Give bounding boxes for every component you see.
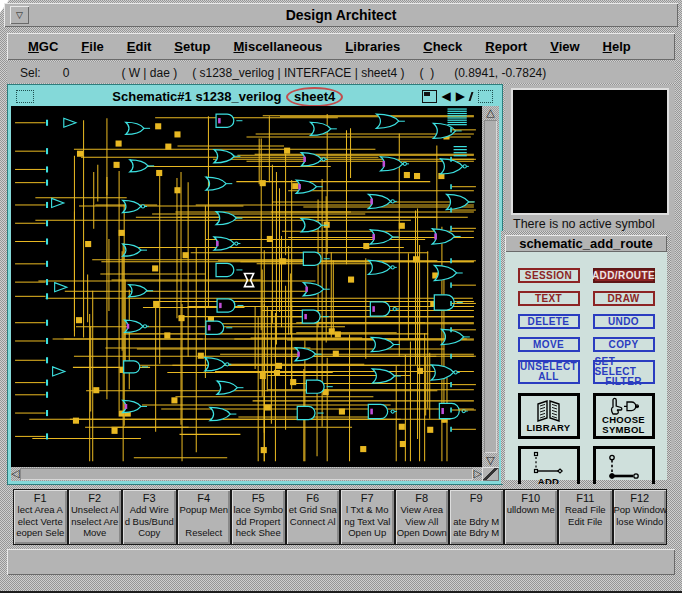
window-menu-triangle-icon: ▽: [16, 10, 23, 20]
palette-window: schematic_add_route SESSIONADD/ROUTETEXT…: [501, 231, 671, 484]
window-menu-button[interactable]: ▽: [10, 6, 29, 24]
palette-button-move[interactable]: MOVE: [518, 337, 580, 352]
empty-slot: ( ): [420, 66, 435, 80]
menu-item-edit[interactable]: Edit: [127, 39, 152, 54]
cursor-coordinates: (0.8941, -0.7824): [454, 66, 546, 80]
menu-item-report[interactable]: Report: [485, 39, 527, 54]
palette-button-undo[interactable]: UNDO: [593, 314, 655, 329]
add-wire-button-label: ADD: [538, 477, 559, 484]
palette-title: schematic_add_route: [505, 235, 667, 252]
horizontal-scrollbar[interactable]: ◁ ▷: [11, 467, 482, 481]
palette-button-unselect-all[interactable]: UNSELECTALL: [518, 360, 580, 384]
menu-item-help[interactable]: Help: [603, 39, 631, 54]
resize-corner-icon[interactable]: [482, 467, 499, 481]
zap-icon[interactable]: [469, 92, 474, 101]
library-button-label: LIBRARY: [527, 423, 571, 433]
active-symbol-preview: [511, 88, 669, 215]
fkey-f1[interactable]: F1lect Area Aelect Verteeopen Sele: [13, 489, 68, 545]
fkey-f6[interactable]: F6et Grid SnaConnect Al: [286, 489, 341, 545]
palette-button-delete[interactable]: DELETE: [518, 314, 580, 329]
menu-item-mgc[interactable]: MGC: [28, 39, 58, 54]
fkey-f2[interactable]: F2Unselect Alnselect AreMove: [68, 489, 123, 545]
context-indicator: ( W | dae ): [121, 66, 177, 80]
menu-item-file[interactable]: File: [81, 39, 103, 54]
library-button[interactable]: LIBRARY: [518, 393, 580, 439]
palette-button-copy[interactable]: COPY: [593, 337, 655, 352]
forward-arrow-icon[interactable]: ▶: [456, 91, 465, 102]
scroll-right-icon[interactable]: ▷: [474, 467, 482, 480]
schematic-title-text: Schematic#1 s1238_verilog: [112, 89, 285, 104]
maximize-icon[interactable]: [478, 90, 493, 103]
library-book-icon: [535, 399, 562, 423]
menu-item-check[interactable]: Check: [423, 39, 462, 54]
schematic-window: Schematic#1 s1238_verilog sheet4 ◀ ▶ △ ▽: [8, 85, 502, 484]
right-panel: There is no active symbol schematic_add_…: [505, 85, 675, 484]
schematic-window-menu-icon[interactable]: [16, 90, 34, 103]
scroll-left-icon[interactable]: ◁: [11, 467, 19, 480]
fkey-f3[interactable]: F3Add Wired Bus/BundCopy: [122, 489, 177, 545]
fkey-f4[interactable]: F4Popup MenReselect: [177, 489, 232, 545]
palette-button-session[interactable]: SESSION: [518, 268, 580, 283]
vertical-scrollbar-track[interactable]: [484, 120, 497, 453]
choose-symbol-label-line2: SYMBOL: [602, 425, 644, 435]
menu-item-miscellaneous[interactable]: Miscellaneous: [233, 39, 322, 54]
hand-gate-icon: [608, 397, 640, 415]
palette-body: SESSIONADD/ROUTETEXTDRAWDELETEUNDOMOVECO…: [505, 252, 667, 480]
menu-item-view[interactable]: View: [550, 39, 579, 54]
back-arrow-icon[interactable]: ◀: [442, 91, 451, 102]
palette-button-draw[interactable]: DRAW: [593, 291, 655, 306]
menu-item-libraries[interactable]: Libraries: [345, 39, 400, 54]
menu-item-setup[interactable]: Setup: [174, 39, 210, 54]
add-bus-button[interactable]: [593, 446, 655, 484]
annotation-ellipse: sheet4: [286, 87, 343, 107]
palette-button-set-select-filter[interactable]: SET SELECTFILTER: [593, 360, 655, 384]
fkey-f9[interactable]: F9ate Bdry Mate Bdry M: [449, 489, 504, 545]
palette-icon-buttons: LIBRARY CHOOSE SYMBOL: [518, 393, 655, 484]
scroll-up-icon[interactable]: △: [486, 106, 494, 119]
window-titlebar[interactable]: ▽ Design Architect: [4, 3, 678, 27]
add-wire-button[interactable]: ADD: [518, 446, 580, 484]
bottom-strip: [7, 549, 675, 575]
route-wire-icon: [529, 451, 569, 477]
design-path: ( s1238_verilog | INTERFACE | sheet4 ): [192, 66, 404, 80]
selection-label: Sel:: [20, 66, 41, 80]
fkey-f12[interactable]: F12Pop Windowlose Windo: [613, 489, 668, 545]
window-title: Design Architect: [29, 7, 653, 23]
palette-buttons: SESSIONADD/ROUTETEXTDRAWDELETEUNDOMOVECO…: [518, 268, 655, 384]
route-bus-icon: [604, 454, 644, 484]
horizontal-scrollbar-track[interactable]: [20, 468, 472, 480]
choose-symbol-button[interactable]: CHOOSE SYMBOL: [593, 393, 655, 439]
active-symbol-message: There is no active symbol: [513, 217, 655, 231]
statusbar: Sel: 0 ( W | dae ) ( s1238_verilog | INT…: [7, 62, 675, 83]
schematic-title: Schematic#1 s1238_verilog sheet4: [34, 89, 422, 104]
vertical-scrollbar[interactable]: △ ▽: [482, 106, 499, 467]
schematic-canvas-area[interactable]: [11, 106, 482, 467]
scroll-down-icon[interactable]: ▽: [486, 454, 494, 467]
design-architect-window: ▽ Design Architect MGCFileEditSetupMisce…: [0, 0, 682, 591]
schematic-canvas[interactable]: [11, 106, 482, 467]
fkey-f5[interactable]: F5lace Symbodd Propertheck Shee: [231, 489, 286, 545]
window-restore-icon[interactable]: [422, 90, 437, 103]
schematic-titlebar[interactable]: Schematic#1 s1238_verilog sheet4 ◀ ▶: [11, 88, 499, 106]
menubar: MGCFileEditSetupMiscellaneousLibrariesCh…: [7, 33, 675, 60]
fkey-f8[interactable]: F8View AreaView AllOpen Down: [395, 489, 450, 545]
fkey-f10[interactable]: F10ulldown Me: [504, 489, 559, 545]
fkey-f11[interactable]: F11Read FileEdit File: [558, 489, 613, 545]
palette-button-text[interactable]: TEXT: [518, 291, 580, 306]
fkey-row: F1lect Area Aelect Verteeopen SeleF2Unse…: [13, 489, 669, 546]
palette-button-add-route[interactable]: ADD/ROUTE: [593, 268, 655, 283]
menubar-items: MGCFileEditSetupMiscellaneousLibrariesCh…: [28, 39, 631, 54]
fkey-f7[interactable]: F7l Txt & Mong Text ValOpen Up: [340, 489, 395, 545]
selection-count: 0: [63, 66, 70, 80]
